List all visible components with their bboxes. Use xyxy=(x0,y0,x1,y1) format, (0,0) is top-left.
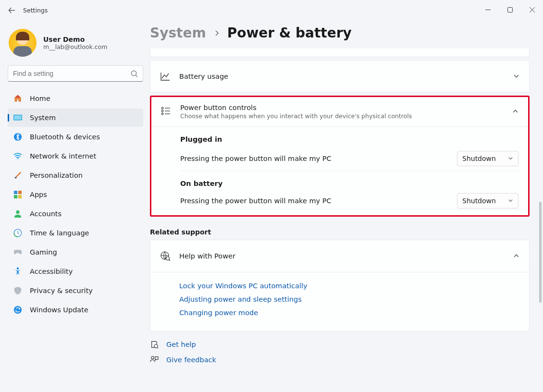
svg-rect-6 xyxy=(15,177,17,179)
sidebar-item-system[interactable]: System xyxy=(8,109,143,127)
profile-email: m__lab@outlook.com xyxy=(43,43,107,50)
sidebar-item-accessibility[interactable]: Accessibility xyxy=(8,262,143,281)
sidebar-item-label: Time & language xyxy=(30,229,89,237)
shield-icon xyxy=(13,286,22,295)
svg-point-19 xyxy=(166,257,170,260)
power-action-label: Pressing the power button will make my P… xyxy=(180,155,332,162)
svg-rect-0 xyxy=(507,7,512,12)
apps-icon xyxy=(13,190,22,199)
sidebar-item-label: Accounts xyxy=(30,210,62,218)
sidebar-item-label: Gaming xyxy=(30,248,57,256)
sidebar-item-home[interactable]: Home xyxy=(8,89,143,108)
home-icon xyxy=(13,94,22,103)
feedback-icon xyxy=(150,355,160,364)
window-title: Settings xyxy=(23,7,48,14)
sidebar-item-label: Personalization xyxy=(30,172,83,179)
battery-usage-card[interactable]: Battery usage xyxy=(150,60,530,93)
dropdown-value: Shutdown xyxy=(462,197,496,205)
profile[interactable]: User Demo m__lab@outlook.com xyxy=(8,25,138,65)
globe-search-icon xyxy=(160,251,171,261)
back-button[interactable] xyxy=(4,2,19,18)
breadcrumb: System Power & battery xyxy=(150,25,530,41)
svg-point-15 xyxy=(161,107,163,109)
chevron-down-icon xyxy=(508,155,513,162)
svg-point-5 xyxy=(17,158,18,159)
close-icon xyxy=(530,7,535,12)
svg-point-20 xyxy=(154,344,158,348)
svg-rect-7 xyxy=(14,191,17,194)
avatar xyxy=(9,29,37,57)
svg-point-16 xyxy=(161,110,163,112)
card-subtitle: Choose what happens when you interact wi… xyxy=(180,112,412,120)
page-title: Power & battery xyxy=(227,25,352,41)
get-help-link[interactable]: Get help xyxy=(166,341,196,348)
chevron-up-icon xyxy=(512,107,518,116)
sidebar-item-update[interactable]: Windows Update xyxy=(8,301,143,319)
search-input[interactable] xyxy=(13,70,131,77)
brush-icon xyxy=(13,171,22,180)
sidebar-item-label: Home xyxy=(30,95,50,102)
chevron-down-icon xyxy=(513,72,519,81)
svg-point-1 xyxy=(131,71,136,75)
minimize-icon xyxy=(485,7,491,12)
search-box[interactable] xyxy=(8,65,143,82)
on-battery-dropdown[interactable]: Shutdown xyxy=(457,193,518,208)
wifi-icon xyxy=(13,152,22,160)
sidebar-item-label: Apps xyxy=(30,191,47,198)
power-action-label: Pressing the power button will make my P… xyxy=(180,197,332,205)
card-title: Power button controls xyxy=(180,104,412,111)
sidebar-item-label: Network & internet xyxy=(30,152,96,160)
svg-rect-8 xyxy=(18,191,22,194)
card-title: Battery usage xyxy=(179,73,228,80)
sidebar-item-label: Bluetooth & devices xyxy=(30,133,100,141)
minimize-button[interactable] xyxy=(477,0,499,19)
sidebar-item-apps[interactable]: Apps xyxy=(8,185,143,204)
group-on-battery: On battery xyxy=(180,171,518,190)
dropdown-value: Shutdown xyxy=(462,155,496,162)
previous-card-edge xyxy=(150,49,530,57)
sidebar-item-time[interactable]: Time & language xyxy=(8,224,143,242)
tasks-icon xyxy=(161,107,172,117)
clock-icon xyxy=(13,229,22,237)
sidebar-item-label: Accessibility xyxy=(30,268,73,275)
power-button-controls-highlighted: Power button controls Choose what happen… xyxy=(150,96,530,217)
chevron-up-icon xyxy=(513,252,519,261)
group-plugged-in: Plugged in xyxy=(180,127,518,146)
sidebar-item-accounts[interactable]: Accounts xyxy=(8,205,143,223)
power-button-controls-header[interactable]: Power button controls Choose what happen… xyxy=(151,97,528,126)
chevron-down-icon xyxy=(508,197,513,205)
scrollbar-thumb[interactable] xyxy=(539,202,542,303)
sync-icon xyxy=(13,306,22,314)
svg-rect-10 xyxy=(18,195,22,198)
sidebar-item-network[interactable]: Network & internet xyxy=(8,147,143,165)
sidebar-item-label: System xyxy=(30,114,56,122)
help-with-power-header[interactable]: Help with Power xyxy=(150,240,529,272)
profile-name: User Demo xyxy=(43,36,107,43)
search-icon xyxy=(131,70,138,77)
breadcrumb-parent[interactable]: System xyxy=(150,25,206,41)
help-link-power-sleep[interactable]: Adjusting power and sleep settings xyxy=(179,295,519,303)
svg-point-17 xyxy=(161,113,163,115)
help-link-power-mode[interactable]: Changing power mode xyxy=(179,309,519,317)
svg-rect-9 xyxy=(14,195,17,198)
help-link-lock[interactable]: Lock your Windows PC automatically xyxy=(179,282,519,290)
sidebar-item-label: Windows Update xyxy=(30,306,88,314)
svg-point-14 xyxy=(14,306,22,314)
maximize-button[interactable] xyxy=(499,0,521,19)
person-icon xyxy=(13,209,22,218)
card-title: Help with Power xyxy=(179,252,235,260)
close-button[interactable] xyxy=(521,0,543,19)
gamepad-icon xyxy=(13,248,22,257)
sidebar-item-gaming[interactable]: Gaming xyxy=(8,243,143,261)
plugged-in-dropdown[interactable]: Shutdown xyxy=(457,151,518,166)
bluetooth-icon xyxy=(13,133,22,141)
sidebar-item-personalization[interactable]: Personalization xyxy=(8,166,143,184)
sidebar-item-bluetooth[interactable]: Bluetooth & devices xyxy=(8,128,143,146)
svg-point-11 xyxy=(16,210,19,214)
give-feedback-link[interactable]: Give feedback xyxy=(166,356,216,364)
related-support-title: Related support xyxy=(150,228,530,236)
sidebar-item-privacy[interactable]: Privacy & security xyxy=(8,282,143,300)
arrow-left-icon xyxy=(8,7,15,14)
chart-icon xyxy=(160,71,171,82)
system-icon xyxy=(13,113,22,122)
